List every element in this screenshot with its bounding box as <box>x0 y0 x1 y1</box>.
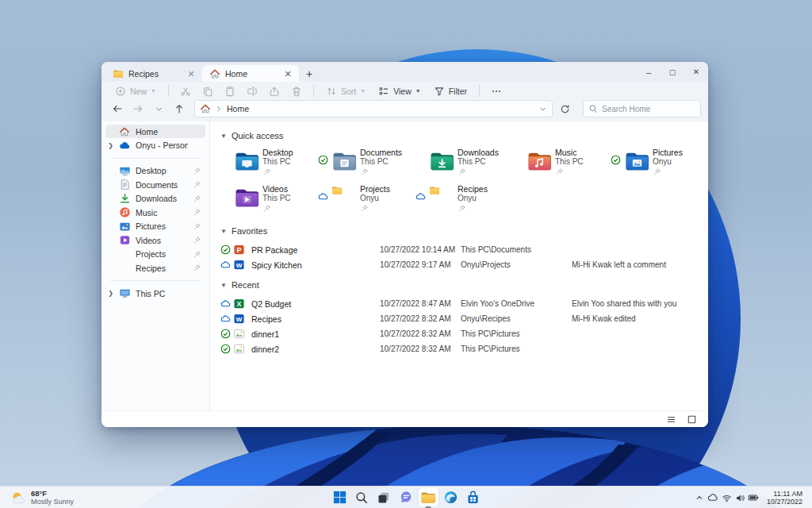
new-tab-button[interactable]: + <box>299 65 320 82</box>
breadcrumb[interactable]: Home <box>227 104 249 114</box>
battery-icon[interactable] <box>747 489 760 506</box>
forward-button[interactable] <box>129 101 147 117</box>
up-button[interactable] <box>170 101 188 117</box>
recent-locations-button[interactable] <box>150 101 167 117</box>
filter-icon <box>434 86 445 97</box>
see-more-button[interactable] <box>486 84 507 98</box>
quick-access-tile-recipes[interactable]: Recipes Onyu <box>416 183 513 217</box>
taskbar-task-view-button[interactable] <box>374 487 394 507</box>
sidebar-item-projects[interactable]: Projects <box>105 248 205 261</box>
share-button[interactable] <box>264 84 285 98</box>
store-icon <box>465 490 481 505</box>
tab-recipes[interactable]: Recipes ✕ <box>105 65 202 82</box>
sidebar-item-recipes[interactable]: Recipes <box>105 261 205 275</box>
address-bar[interactable]: Home <box>194 100 553 117</box>
sort-button[interactable]: Sort ▼ <box>320 84 371 98</box>
widgets-button[interactable]: 68°F Mostly Sunny <box>3 487 80 508</box>
sidebar-item-videos[interactable]: Videos <box>105 233 205 247</box>
cloud-status-icon <box>318 191 329 202</box>
paste-button[interactable] <box>220 84 240 98</box>
file-row-dinner1[interactable]: dinner1 10/27/2022 8:32 AM This PC\Pictu… <box>220 326 700 341</box>
sidebar-item-downloads[interactable]: Downloads <box>105 192 205 206</box>
file-row-pr-package[interactable]: P PR Package 10/27/2022 10:14 AM This PC… <box>220 242 700 257</box>
weather-partly-sunny-icon <box>10 490 26 506</box>
wifi-icon[interactable] <box>720 489 733 506</box>
details-view-button[interactable] <box>662 413 680 425</box>
quick-access-tile-downloads[interactable]: Downloads This PC <box>416 147 513 180</box>
taskbar-clock[interactable]: 11:11 AM 10/27/2022 <box>762 490 809 506</box>
file-date: 10/27/2022 8:32 AM <box>380 314 461 323</box>
pictures-sm-icon <box>119 221 131 233</box>
expand-chevron-icon[interactable]: ❯ <box>107 142 114 149</box>
chevron-down-icon: ▼ <box>416 88 421 94</box>
collapse-chevron-icon[interactable]: ▼ <box>220 133 227 140</box>
cut-button[interactable] <box>175 84 196 98</box>
file-row-dinner2[interactable]: dinner2 10/27/2022 8:32 AM This PC\Pictu… <box>220 341 700 356</box>
rename-button[interactable] <box>242 84 262 98</box>
file-row-q2-budget[interactable]: X Q2 Budget 10/27/2022 8:47 AM Elvin Yoo… <box>220 296 700 311</box>
sidebar-item-home[interactable]: Home <box>105 125 205 138</box>
filter-button[interactable]: Filter <box>428 84 473 98</box>
quick-access-tile-projects[interactable]: Projects Onyu <box>318 183 416 217</box>
file-activity-note: Elvin Yoo shared this with you <box>572 299 700 308</box>
quick-access-header[interactable]: ▼ Quick access <box>220 129 700 142</box>
large-icons-view-button[interactable] <box>683 413 700 425</box>
volume-icon[interactable] <box>733 489 747 506</box>
tab-home[interactable]: Home ✕ <box>202 65 299 82</box>
refresh-button[interactable] <box>556 101 573 117</box>
minimize-button[interactable]: – <box>637 64 661 81</box>
favorites-header[interactable]: ▼ Favorites <box>220 225 700 237</box>
sidebar-item-documents[interactable]: Documents <box>105 178 205 191</box>
sync-status-icon <box>220 329 232 340</box>
sidebar-item-music[interactable]: Music <box>105 206 205 219</box>
sidebar-item-onyu-personal[interactable]: ❯ Onyu - Personal <box>105 139 205 152</box>
title-bar[interactable]: Recipes ✕ Home ✕ + – ▢ ✕ <box>102 62 708 82</box>
word-icon: W <box>233 313 246 325</box>
file-row-recipes[interactable]: W Recipes 10/27/2022 8:32 AM Onyu\Recipe… <box>220 311 700 326</box>
this-pc-icon <box>119 287 131 299</box>
maximize-button[interactable]: ▢ <box>661 64 684 81</box>
recent-header[interactable]: ▼ Recent <box>220 279 700 291</box>
file-row-spicy-kitchen[interactable]: W Spicy Kitchen 10/27/2022 9:17 AM Onyu\… <box>220 257 700 272</box>
quick-access-tile-documents[interactable]: Documents This PC <box>318 147 416 180</box>
search-box[interactable] <box>583 100 701 117</box>
taskbar-chat-button[interactable] <box>396 487 416 507</box>
quick-access-tile-videos[interactable]: Videos This PC <box>220 183 318 217</box>
sort-icon <box>326 86 337 97</box>
chevron-up-icon[interactable] <box>693 489 707 506</box>
quick-access-tile-pictures[interactable]: Pictures Onyu <box>611 147 708 180</box>
quick-access-tile-music[interactable]: Music This PC <box>513 147 611 180</box>
view-button[interactable]: View ▼ <box>373 84 427 98</box>
copy-button[interactable] <box>197 84 218 98</box>
tab-close-icon[interactable]: ✕ <box>185 67 197 80</box>
pin-icon <box>360 167 402 176</box>
collapse-chevron-icon[interactable]: ▼ <box>220 228 227 235</box>
delete-button[interactable] <box>286 84 307 98</box>
sidebar-item-pictures[interactable]: Pictures <box>105 220 205 233</box>
onedrive-tray-icon[interactable] <box>707 489 720 506</box>
pin-icon <box>458 204 488 213</box>
search-input[interactable] <box>602 105 695 114</box>
quick-access-tile-desktop[interactable]: Desktop This PC <box>220 147 318 180</box>
task-view-icon <box>377 491 391 505</box>
new-button[interactable]: New ▼ <box>109 84 162 98</box>
taskbar-file-explorer-button[interactable] <box>419 487 439 507</box>
svg-text:W: W <box>236 261 243 268</box>
taskbar-windows-start-button[interactable] <box>330 487 350 507</box>
address-dropdown-icon[interactable] <box>538 105 547 114</box>
collapse-chevron-icon[interactable]: ▼ <box>220 282 227 289</box>
taskbar-search-button[interactable] <box>352 487 372 507</box>
expand-chevron-icon[interactable]: ❯ <box>107 290 114 297</box>
taskbar-app-icons <box>330 487 483 507</box>
close-button[interactable]: ✕ <box>684 64 708 81</box>
sidebar-item-this-pc[interactable]: ❯ This PC <box>105 287 205 300</box>
taskbar-microsoft-store-button[interactable] <box>463 487 483 507</box>
taskbar-search-icon <box>354 491 369 505</box>
sync-status-icon <box>611 155 622 166</box>
tab-close-icon[interactable]: ✕ <box>282 67 294 80</box>
back-button[interactable] <box>109 101 126 117</box>
sync-status-icon <box>220 244 232 256</box>
taskbar-edge-button[interactable] <box>441 487 461 507</box>
file-location: Elvin Yoo's OneDrive <box>461 299 572 308</box>
sidebar-item-desktop[interactable]: Desktop <box>105 164 205 178</box>
